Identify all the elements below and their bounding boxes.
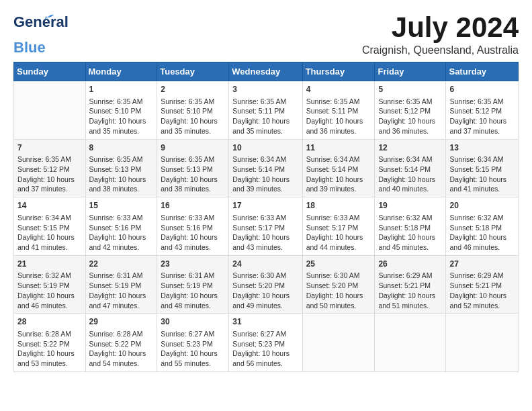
calendar-week-row: 1Sunrise: 6:35 AMSunset: 5:10 PMDaylight…	[14, 81, 519, 140]
daylight-text: Daylight: 10 hours and 56 minutes.	[232, 349, 290, 367]
header-saturday: Saturday	[446, 62, 519, 81]
sunrise-text: Sunrise: 6:35 AM	[449, 97, 503, 105]
calendar-cell: 13Sunrise: 6:34 AMSunset: 5:15 PMDayligh…	[446, 139, 519, 197]
calendar-cell: 7Sunrise: 6:35 AMSunset: 5:12 PMDaylight…	[14, 139, 86, 197]
day-number: 30	[161, 316, 225, 328]
sunset-text: Sunset: 5:19 PM	[89, 281, 142, 289]
sunrise-text: Sunrise: 6:29 AM	[378, 271, 432, 279]
sunset-text: Sunset: 5:19 PM	[161, 281, 213, 289]
calendar-cell: 28Sunrise: 6:28 AMSunset: 5:22 PMDayligh…	[14, 314, 86, 372]
calendar-cell: 6Sunrise: 6:35 AMSunset: 5:12 PMDaylight…	[446, 81, 519, 140]
sunrise-text: Sunrise: 6:27 AM	[232, 330, 286, 338]
daylight-text: Daylight: 10 hours and 45 minutes.	[378, 233, 435, 251]
day-number: 2	[161, 84, 225, 95]
calendar-cell	[302, 314, 375, 372]
title-section: July 2024 Craignish, Queensland, Austral…	[362, 13, 519, 56]
calendar-cell: 20Sunrise: 6:32 AMSunset: 5:18 PMDayligh…	[446, 197, 519, 256]
header-tuesday: Tuesday	[157, 62, 229, 81]
calendar-cell: 4Sunrise: 6:35 AMSunset: 5:11 PMDaylight…	[302, 81, 375, 140]
sunset-text: Sunset: 5:21 PM	[378, 281, 431, 289]
daylight-text: Daylight: 10 hours and 46 minutes.	[449, 233, 506, 251]
calendar-cell: 26Sunrise: 6:29 AMSunset: 5:21 PMDayligh…	[375, 255, 446, 314]
calendar-week-row: 21Sunrise: 6:32 AMSunset: 5:19 PMDayligh…	[14, 255, 519, 314]
sunrise-text: Sunrise: 6:32 AM	[17, 271, 71, 279]
day-number: 25	[306, 259, 371, 270]
daylight-text: Daylight: 10 hours and 37 minutes.	[17, 175, 75, 193]
daylight-text: Daylight: 10 hours and 51 minutes.	[378, 291, 435, 310]
day-number: 11	[306, 142, 371, 154]
day-number: 15	[89, 200, 154, 212]
calendar-cell: 25Sunrise: 6:30 AMSunset: 5:20 PMDayligh…	[302, 255, 375, 314]
calendar-cell: 18Sunrise: 6:33 AMSunset: 5:17 PMDayligh…	[302, 197, 375, 256]
day-number: 18	[306, 200, 371, 212]
sunrise-text: Sunrise: 6:34 AM	[378, 155, 432, 163]
month-year-title: July 2024	[362, 13, 519, 42]
sunset-text: Sunset: 5:14 PM	[232, 165, 285, 173]
sunrise-text: Sunrise: 6:31 AM	[89, 271, 143, 279]
day-number: 22	[89, 259, 154, 270]
location-subtitle: Craignish, Queensland, Australia	[362, 44, 519, 56]
day-number: 31	[232, 316, 298, 328]
sunrise-text: Sunrise: 6:30 AM	[232, 271, 286, 279]
day-number: 10	[232, 142, 298, 154]
day-number: 20	[449, 200, 515, 212]
sunset-text: Sunset: 5:20 PM	[306, 281, 359, 289]
daylight-text: Daylight: 10 hours and 52 minutes.	[449, 291, 506, 310]
sunset-text: Sunset: 5:12 PM	[17, 165, 70, 173]
sunrise-text: Sunrise: 6:30 AM	[306, 271, 360, 279]
sunrise-text: Sunrise: 6:34 AM	[17, 214, 71, 222]
daylight-text: Daylight: 10 hours and 40 minutes.	[378, 175, 435, 193]
calendar-cell: 14Sunrise: 6:34 AMSunset: 5:15 PMDayligh…	[14, 197, 86, 256]
calendar-cell: 17Sunrise: 6:33 AMSunset: 5:17 PMDayligh…	[229, 197, 302, 256]
day-number: 29	[89, 316, 154, 328]
sunset-text: Sunset: 5:11 PM	[306, 107, 359, 115]
sunset-text: Sunset: 5:19 PM	[17, 281, 70, 289]
calendar-cell: 31Sunrise: 6:27 AMSunset: 5:23 PMDayligh…	[229, 314, 302, 372]
daylight-text: Daylight: 10 hours and 41 minutes.	[17, 233, 75, 251]
day-number: 12	[378, 142, 442, 154]
sunrise-text: Sunrise: 6:33 AM	[306, 214, 360, 222]
sunrise-text: Sunrise: 6:35 AM	[89, 97, 143, 105]
sunset-text: Sunset: 5:21 PM	[449, 281, 502, 289]
daylight-text: Daylight: 10 hours and 55 minutes.	[161, 349, 218, 367]
sunrise-text: Sunrise: 6:27 AM	[161, 330, 214, 338]
daylight-text: Daylight: 10 hours and 46 minutes.	[17, 291, 75, 310]
sunrise-text: Sunrise: 6:31 AM	[161, 271, 214, 279]
calendar-cell: 15Sunrise: 6:33 AMSunset: 5:16 PMDayligh…	[85, 197, 157, 256]
daylight-text: Daylight: 10 hours and 36 minutes.	[378, 117, 435, 135]
sunrise-text: Sunrise: 6:35 AM	[89, 155, 143, 163]
daylight-text: Daylight: 10 hours and 39 minutes.	[306, 175, 363, 193]
sunset-text: Sunset: 5:11 PM	[232, 107, 285, 115]
daylight-text: Daylight: 10 hours and 43 minutes.	[232, 233, 290, 251]
calendar-cell	[14, 81, 86, 140]
sunset-text: Sunset: 5:18 PM	[449, 224, 502, 232]
daylight-text: Daylight: 10 hours and 49 minutes.	[232, 291, 290, 310]
sunset-text: Sunset: 5:10 PM	[161, 107, 213, 115]
daylight-text: Daylight: 10 hours and 41 minutes.	[449, 175, 506, 193]
calendar-cell: 12Sunrise: 6:34 AMSunset: 5:14 PMDayligh…	[375, 139, 446, 197]
day-number: 5	[378, 84, 442, 95]
calendar-cell: 24Sunrise: 6:30 AMSunset: 5:20 PMDayligh…	[229, 255, 302, 314]
day-number: 8	[89, 142, 154, 154]
header-sunday: Sunday	[14, 62, 86, 81]
calendar-cell: 2Sunrise: 6:35 AMSunset: 5:10 PMDaylight…	[157, 81, 229, 140]
header-thursday: Thursday	[302, 62, 375, 81]
day-number: 1	[89, 84, 154, 95]
sunset-text: Sunset: 5:15 PM	[17, 224, 70, 232]
sunrise-text: Sunrise: 6:33 AM	[232, 214, 286, 222]
calendar-cell: 3Sunrise: 6:35 AMSunset: 5:11 PMDaylight…	[229, 81, 302, 140]
sunset-text: Sunset: 5:23 PM	[232, 340, 285, 348]
sunset-text: Sunset: 5:23 PM	[161, 340, 213, 348]
sunrise-text: Sunrise: 6:34 AM	[232, 155, 286, 163]
sunrise-text: Sunrise: 6:28 AM	[17, 330, 71, 338]
sunrise-text: Sunrise: 6:34 AM	[306, 155, 360, 163]
day-number: 19	[378, 200, 442, 212]
day-number: 23	[161, 259, 225, 270]
header-friday: Friday	[375, 62, 446, 81]
sunrise-text: Sunrise: 6:35 AM	[232, 97, 286, 105]
day-number: 28	[17, 316, 82, 328]
daylight-text: Daylight: 10 hours and 54 minutes.	[89, 349, 146, 367]
sunset-text: Sunset: 5:17 PM	[232, 224, 285, 232]
sunrise-text: Sunrise: 6:35 AM	[17, 155, 71, 163]
calendar-cell	[375, 314, 446, 372]
